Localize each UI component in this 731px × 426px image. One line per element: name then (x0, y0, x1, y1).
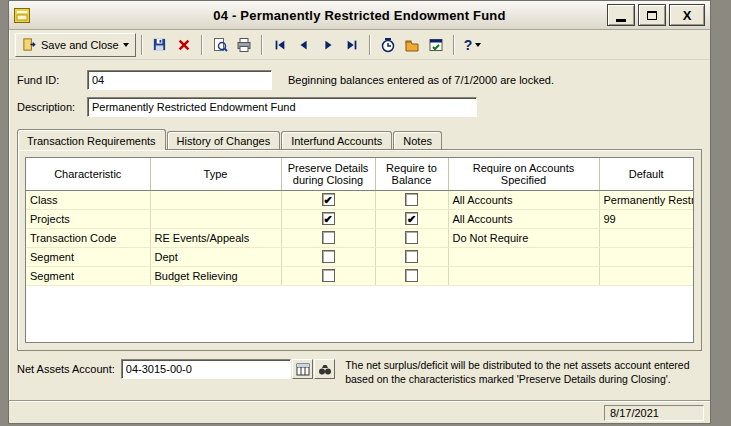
table-row[interactable]: SegmentDept (26, 247, 693, 266)
grid-body: Class✔All AccountsPermanently Restri...P… (26, 190, 693, 285)
characteristic-cell[interactable]: Projects (26, 209, 150, 228)
save-and-close-button[interactable]: Save and Close (15, 33, 136, 57)
description-label: Description: (17, 101, 87, 113)
favorites-icon (404, 37, 420, 53)
help-label: ? (464, 37, 473, 53)
account-lookup-button[interactable] (292, 359, 313, 379)
default-cell[interactable]: 99 (599, 209, 693, 228)
characteristic-cell[interactable]: Segment (26, 247, 150, 266)
last-record-button[interactable] (340, 33, 364, 57)
grid-header-require-to-balance: Require to Balance (375, 158, 448, 190)
preserve-checkbox-cell[interactable] (281, 228, 375, 247)
table-row[interactable]: SegmentBudget Relieving (26, 266, 693, 285)
characteristic-cell[interactable]: Transaction Code (26, 228, 150, 247)
fund-id-input[interactable] (87, 70, 272, 90)
print-icon (236, 37, 252, 53)
window-icon (14, 7, 31, 24)
description-input[interactable] (87, 97, 477, 117)
save-icon (152, 37, 167, 52)
type-cell[interactable]: RE Events/Appeals (150, 228, 281, 247)
type-cell[interactable]: Budget Relieving (150, 266, 281, 285)
previous-record-icon (297, 38, 311, 52)
characteristic-cell[interactable]: Segment (26, 266, 150, 285)
type-cell[interactable] (150, 190, 281, 209)
window-title: 04 - Permanently Restricted Endowment Fu… (9, 8, 710, 23)
properties-button[interactable] (424, 33, 448, 57)
unchecked-checkbox-icon[interactable] (405, 250, 418, 263)
maximize-button[interactable] (638, 4, 666, 26)
minimize-button[interactable] (607, 4, 635, 26)
help-button[interactable]: ? (460, 33, 486, 57)
binoculars-icon (318, 363, 332, 376)
history-button[interactable] (376, 33, 400, 57)
unchecked-checkbox-icon[interactable] (322, 269, 335, 282)
unchecked-checkbox-icon[interactable] (405, 269, 418, 282)
grid-header-row: Characteristic Type Preserve Details dur… (26, 158, 693, 190)
unchecked-checkbox-icon[interactable] (322, 231, 335, 244)
favorites-button[interactable] (400, 33, 424, 57)
characteristic-cell[interactable]: Class (26, 190, 150, 209)
preserve-checkbox-cell[interactable] (281, 266, 375, 285)
type-cell[interactable] (150, 209, 281, 228)
tab-interfund-accounts[interactable]: Interfund Accounts (281, 131, 392, 149)
accounts-cell[interactable]: All Accounts (448, 190, 599, 209)
account-grid-icon (296, 363, 310, 376)
tab-history-of-changes[interactable]: History of Changes (167, 131, 281, 149)
unchecked-checkbox-icon[interactable] (405, 193, 418, 206)
next-record-button[interactable] (316, 33, 340, 57)
table-row[interactable]: Class✔All AccountsPermanently Restri... (26, 190, 693, 209)
preserve-checkbox-cell[interactable]: ✔ (281, 209, 375, 228)
checked-checkbox-icon[interactable]: ✔ (322, 212, 335, 225)
require-checkbox-cell[interactable]: ✔ (375, 209, 448, 228)
tab-transaction-requirements[interactable]: Transaction Requirements (17, 129, 166, 150)
default-cell[interactable]: Permanently Restri... (599, 190, 693, 209)
require-checkbox-cell[interactable] (375, 266, 448, 285)
help-caret-icon (475, 43, 481, 47)
default-cell[interactable] (599, 247, 693, 266)
tab-notes[interactable]: Notes (393, 131, 442, 149)
accounts-cell[interactable] (448, 266, 599, 285)
table-row[interactable]: Projects✔✔All Accounts99 (26, 209, 693, 228)
search-button[interactable] (314, 359, 335, 379)
preserve-checkbox-cell[interactable] (281, 247, 375, 266)
close-button[interactable]: X (669, 4, 705, 26)
preserve-checkbox-cell[interactable]: ✔ (281, 190, 375, 209)
type-cell[interactable]: Dept (150, 247, 281, 266)
default-cell[interactable] (599, 228, 693, 247)
accounts-cell[interactable]: Do Not Require (448, 228, 599, 247)
previous-record-button[interactable] (292, 33, 316, 57)
require-checkbox-cell[interactable] (375, 190, 448, 209)
unchecked-checkbox-icon[interactable] (405, 231, 418, 244)
require-checkbox-cell[interactable] (375, 247, 448, 266)
preview-button[interactable] (208, 33, 232, 57)
toolbar-separator (261, 35, 263, 55)
first-record-button[interactable] (268, 33, 292, 57)
fund-id-label: Fund ID: (17, 74, 87, 86)
accounts-cell[interactable] (448, 247, 599, 266)
net-assets-input[interactable] (121, 359, 292, 379)
first-record-icon (273, 38, 287, 52)
status-date-panel: 8/17/2021 (604, 405, 704, 421)
grid-header-preserve-details: Preserve Details during Closing (281, 158, 375, 190)
grid-header-require-on-accounts: Require on Accounts Specified (448, 158, 599, 190)
toolbar: Save and Close (9, 30, 710, 60)
print-button[interactable] (232, 33, 256, 57)
save-button[interactable] (148, 33, 172, 57)
toolbar-separator (201, 35, 203, 55)
accounts-cell[interactable]: All Accounts (448, 209, 599, 228)
toolbar-separator (369, 35, 371, 55)
default-cell[interactable] (599, 266, 693, 285)
tab-strip: Transaction Requirements History of Chan… (17, 129, 702, 149)
next-record-icon (321, 38, 335, 52)
delete-button[interactable] (172, 33, 196, 57)
net-assets-label: Net Assets Account: (17, 363, 115, 375)
unchecked-checkbox-icon[interactable] (322, 250, 335, 263)
checked-checkbox-icon[interactable]: ✔ (322, 193, 335, 206)
table-row[interactable]: Transaction CodeRE Events/AppealsDo Not … (26, 228, 693, 247)
save-and-close-caret-icon (123, 43, 129, 47)
checked-checkbox-icon[interactable]: ✔ (405, 212, 418, 225)
titlebar: 04 - Permanently Restricted Endowment Fu… (9, 1, 710, 30)
require-checkbox-cell[interactable] (375, 228, 448, 247)
last-record-icon (345, 38, 359, 52)
maximize-icon (647, 11, 657, 20)
